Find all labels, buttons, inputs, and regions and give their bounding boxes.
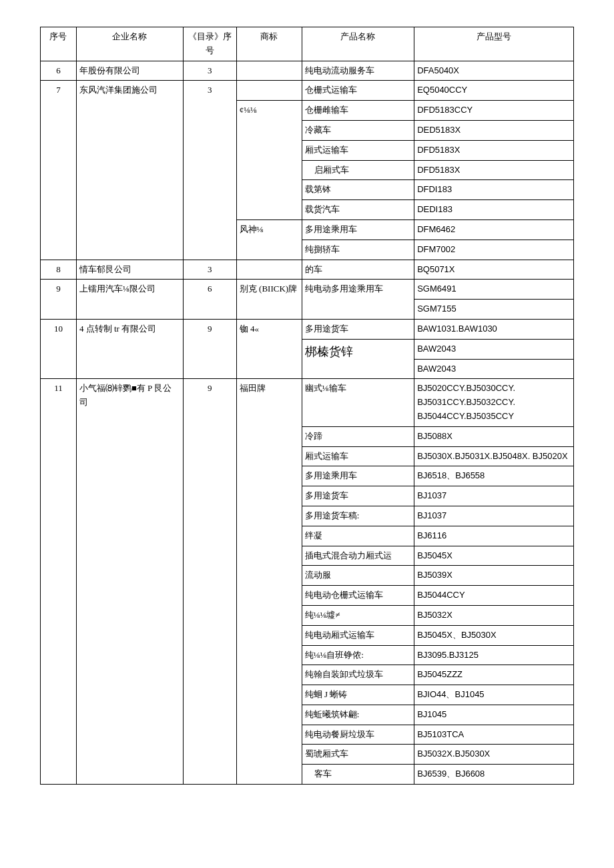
cell-product: 载货汽车 [302,200,414,220]
table-row: 9上镭用汽车⅛限公司6别克 (BIICK)牌纯电动多用途乘用车SGM6491 [41,280,574,300]
cell-seq: 11 [41,379,77,785]
cell-product: 启厢式车 [302,160,414,180]
cell-product: 的车 [302,260,414,280]
header-row: 序号 企业名称 《目录》序号 商标 产品名称 产品型号 [41,27,574,61]
cell-model: BJ5032X.BJ5030X [414,745,574,765]
cell-enterprise: 上镭用汽车⅛限公司 [76,280,183,320]
cell-product: 冷蹄 [302,426,414,446]
col-product: 产品名称 [302,27,414,61]
cell-product: 纯电动流动服务车 [302,61,414,81]
cell-product: 纯蚯曦筑钵翩: [302,705,414,725]
cell-model: DFD5183X [414,140,574,160]
cell-model: BJ6116 [414,526,574,546]
cell-model: DEDI183 [414,200,574,220]
cell-model: BJ5103TCA [414,725,574,745]
cell-enterprise: 年股份有限公司 [76,61,183,81]
cell-enterprise: 小气福⑻锌鹦■有 P 艮公司 [76,379,183,785]
cell-brand: 福田牌 [236,379,302,785]
cell-model: BAW2043 [414,339,574,359]
cell-product: 纯翰自装卸式垃圾车 [302,665,414,685]
cell-model: BJ5039X [414,566,574,586]
cell-model: BJ6539、BJ6608 [414,765,574,785]
cell-brand: 铷 4« [236,319,302,378]
cell-brand: ¢⅛⅛ [236,101,302,220]
col-catalog: 《目录》序号 [183,27,236,61]
table-row: 104 点转制 tr 有限公司9铷 4«多用途货车BAW1031.BAW1030 [41,319,574,339]
cell-model: BJ1037 [414,506,574,526]
cell-model: BJ5020CCY.BJ5030CCY. BJ5031CCY.BJ5032CCY… [414,379,574,426]
cell-model: BJ5030X.BJ5031X.BJ5048X. BJ5020X [414,446,574,466]
cell-model: EQ5040CCY [414,81,574,101]
cell-product: 幽式⅛输车 [302,379,414,426]
cell-enterprise: 东风汽洋集团施公司 [76,81,183,260]
cell-catalog: 3 [183,61,236,81]
cell-model: BJ5032X [414,605,574,625]
cell-enterprise: 情车郁艮公司 [76,260,183,280]
cell-product: 冷藏车 [302,120,414,140]
cell-brand [236,61,302,81]
cell-product: 厢式运输车 [302,446,414,466]
cell-product: 纯电动厢式运输车 [302,625,414,645]
cell-model: BJ6518、BJ6558 [414,466,574,486]
cell-model: BJ1037 [414,486,574,506]
table-row: 7东风汽洋集团施公司3仓栅式运输车EQ5040CCY [41,81,574,101]
table-body: 6年股份有限公司3纯电动流动服务车DFA5040X7东风汽洋集团施公司3仓栅式运… [41,61,574,784]
cell-seq: 8 [41,260,77,280]
cell-product: 插电式混合动力厢式运 [302,546,414,566]
cell-seq: 7 [41,81,77,260]
cell-product: 仓栅雌输车 [302,101,414,121]
cell-product: 梆榛货锌 [302,339,414,379]
cell-model: BJ3095.BJ3125 [414,645,574,665]
cell-brand [236,260,302,280]
cell-catalog: 3 [183,260,236,280]
cell-brand: 风神⅛ [236,220,302,260]
cell-product: 厢式运输车 [302,140,414,160]
cell-product: 流动服 [302,566,414,586]
cell-enterprise: 4 点转制 tr 有限公司 [76,319,183,378]
cell-catalog: 3 [183,81,236,260]
table-row: 6年股份有限公司3纯电动流动服务车DFA5040X [41,61,574,81]
cell-product: 客车 [302,765,414,785]
cell-model: BJ5044CCY [414,586,574,606]
cell-product: 仓栅式运输车 [302,81,414,101]
cell-product: 载第钵 [302,180,414,200]
cell-product: 多用途货车 [302,319,414,339]
cell-product: 蜀琥厢式车 [302,745,414,765]
cell-product: 纯⅛⅛自班铮侬: [302,645,414,665]
cell-model: DFM7002 [414,240,574,260]
col-brand: 商标 [236,27,302,61]
cell-catalog: 6 [183,280,236,320]
table-row: 8情车郁艮公司3的车BQ5071X [41,260,574,280]
cell-model: BAW1031.BAW1030 [414,319,574,339]
cell-product: 纯⅛⅛墟≠ [302,605,414,625]
cell-model: BAW2043 [414,359,574,379]
cell-model: DFD5183CCY [414,101,574,121]
table-row: 11小气福⑻锌鹦■有 P 艮公司9福田牌幽式⅛输车BJ5020CCY.BJ503… [41,379,574,426]
cell-model: DFD5183X [414,160,574,180]
cell-product: 纯捌轿车 [302,240,414,260]
cell-seq: 9 [41,280,77,320]
cell-model: DFDI183 [414,180,574,200]
cell-seq: 6 [41,61,77,81]
cell-model: BQ5071X [414,260,574,280]
col-seq: 序号 [41,27,77,61]
cell-model: BJ1045 [414,705,574,725]
cell-model: BJIO44、BJ1045 [414,685,574,705]
cell-model: SGM7155 [414,300,574,320]
vehicle-catalog-table: 序号 企业名称 《目录》序号 商标 产品名称 产品型号 6年股份有限公司3纯电动… [40,27,574,785]
cell-product: 多用途货车 [302,486,414,506]
col-enterprise: 企业名称 [76,27,183,61]
cell-model: DFA5040X [414,61,574,81]
cell-product: 绊凝 [302,526,414,546]
cell-seq: 10 [41,319,77,378]
cell-catalog: 9 [183,319,236,378]
cell-product: 纯电动仓栅式运输车 [302,586,414,606]
col-model: 产品型号 [414,27,574,61]
cell-product: 多用途乘用车 [302,220,414,240]
cell-product: 多用途货车稿: [302,506,414,526]
cell-model: BJ5045ZZZ [414,665,574,685]
cell-product: 多用途乘用车 [302,466,414,486]
cell-catalog: 9 [183,379,236,785]
cell-model: DED5183X [414,120,574,140]
cell-product: 纯电动餐厨垃圾车 [302,725,414,745]
